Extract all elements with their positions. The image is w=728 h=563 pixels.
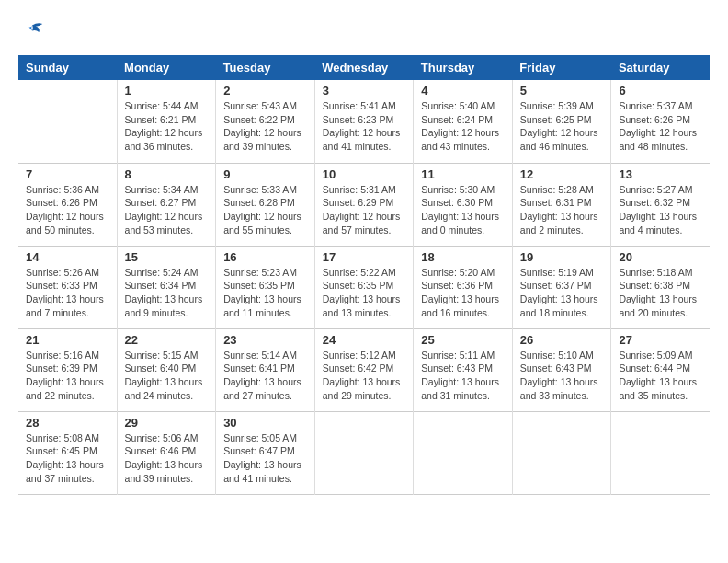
day-number: 24 <box>323 333 406 347</box>
calendar-cell: 26Sunrise: 5:10 AM Sunset: 6:43 PM Dayli… <box>512 328 611 411</box>
day-info: Sunrise: 5:30 AM Sunset: 6:30 PM Dayligh… <box>421 183 505 237</box>
day-number: 21 <box>26 333 109 347</box>
calendar-cell: 23Sunrise: 5:14 AM Sunset: 6:41 PM Dayli… <box>216 328 315 411</box>
day-info: Sunrise: 5:23 AM Sunset: 6:35 PM Dayligh… <box>223 266 307 320</box>
calendar-cell: 13Sunrise: 5:27 AM Sunset: 6:32 PM Dayli… <box>611 163 710 246</box>
calendar-cell: 30Sunrise: 5:05 AM Sunset: 6:47 PM Dayli… <box>216 411 315 494</box>
day-number: 30 <box>223 416 307 430</box>
day-number: 7 <box>26 167 109 181</box>
day-info: Sunrise: 5:22 AM Sunset: 6:35 PM Dayligh… <box>323 266 406 320</box>
calendar-cell: 18Sunrise: 5:20 AM Sunset: 6:36 PM Dayli… <box>414 246 513 328</box>
day-info: Sunrise: 5:37 AM Sunset: 6:26 PM Dayligh… <box>619 99 702 154</box>
calendar-cell: 17Sunrise: 5:22 AM Sunset: 6:35 PM Dayli… <box>314 246 414 328</box>
calendar-cell: 2Sunrise: 5:43 AM Sunset: 6:22 PM Daylig… <box>216 80 315 163</box>
calendar-cell: 8Sunrise: 5:34 AM Sunset: 6:27 PM Daylig… <box>117 163 216 246</box>
day-number: 9 <box>223 167 307 181</box>
column-header-monday: Monday <box>117 55 216 80</box>
day-info: Sunrise: 5:26 AM Sunset: 6:33 PM Dayligh… <box>26 266 109 320</box>
day-info: Sunrise: 5:36 AM Sunset: 6:26 PM Dayligh… <box>26 183 109 237</box>
calendar-cell: 10Sunrise: 5:31 AM Sunset: 6:29 PM Dayli… <box>314 163 414 246</box>
page-header <box>18 18 710 46</box>
week-row-1: 1Sunrise: 5:44 AM Sunset: 6:21 PM Daylig… <box>18 80 710 163</box>
day-number: 19 <box>520 250 604 264</box>
day-info: Sunrise: 5:18 AM Sunset: 6:38 PM Dayligh… <box>619 266 702 320</box>
day-number: 27 <box>619 333 702 347</box>
day-number: 20 <box>619 250 702 264</box>
day-info: Sunrise: 5:27 AM Sunset: 6:32 PM Dayligh… <box>619 183 702 237</box>
calendar-cell: 3Sunrise: 5:41 AM Sunset: 6:23 PM Daylig… <box>314 80 414 163</box>
day-number: 28 <box>26 416 109 430</box>
calendar-cell: 20Sunrise: 5:18 AM Sunset: 6:38 PM Dayli… <box>611 246 710 328</box>
calendar-cell: 16Sunrise: 5:23 AM Sunset: 6:35 PM Dayli… <box>216 246 315 328</box>
week-row-2: 7Sunrise: 5:36 AM Sunset: 6:26 PM Daylig… <box>18 163 710 246</box>
day-number: 18 <box>421 250 505 264</box>
day-number: 16 <box>223 250 307 264</box>
calendar-cell: 22Sunrise: 5:15 AM Sunset: 6:40 PM Dayli… <box>117 328 216 411</box>
calendar-cell <box>611 411 710 494</box>
day-info: Sunrise: 5:31 AM Sunset: 6:29 PM Dayligh… <box>323 183 406 237</box>
day-info: Sunrise: 5:15 AM Sunset: 6:40 PM Dayligh… <box>125 349 209 403</box>
day-number: 1 <box>125 84 209 98</box>
calendar-cell: 19Sunrise: 5:19 AM Sunset: 6:37 PM Dayli… <box>512 246 611 328</box>
day-info: Sunrise: 5:28 AM Sunset: 6:31 PM Dayligh… <box>520 183 604 237</box>
day-info: Sunrise: 5:14 AM Sunset: 6:41 PM Dayligh… <box>223 349 307 403</box>
day-info: Sunrise: 5:11 AM Sunset: 6:43 PM Dayligh… <box>421 349 505 403</box>
day-number: 4 <box>421 84 505 98</box>
calendar-cell: 1Sunrise: 5:44 AM Sunset: 6:21 PM Daylig… <box>117 80 216 163</box>
day-number: 25 <box>421 333 505 347</box>
day-info: Sunrise: 5:24 AM Sunset: 6:34 PM Dayligh… <box>125 266 209 320</box>
day-info: Sunrise: 5:39 AM Sunset: 6:25 PM Dayligh… <box>520 99 604 154</box>
calendar-cell: 15Sunrise: 5:24 AM Sunset: 6:34 PM Dayli… <box>117 246 216 328</box>
week-row-4: 21Sunrise: 5:16 AM Sunset: 6:39 PM Dayli… <box>18 328 710 411</box>
calendar-cell <box>512 411 611 494</box>
day-number: 10 <box>323 167 406 181</box>
calendar-table: SundayMondayTuesdayWednesdayThursdayFrid… <box>18 55 710 495</box>
column-header-wednesday: Wednesday <box>314 55 414 80</box>
day-number: 3 <box>323 84 406 98</box>
calendar-cell <box>314 411 414 494</box>
column-header-thursday: Thursday <box>414 55 513 80</box>
calendar-cell: 27Sunrise: 5:09 AM Sunset: 6:44 PM Dayli… <box>611 328 710 411</box>
calendar-cell: 9Sunrise: 5:33 AM Sunset: 6:28 PM Daylig… <box>216 163 315 246</box>
header-row: SundayMondayTuesdayWednesdayThursdayFrid… <box>18 55 710 80</box>
calendar-cell: 24Sunrise: 5:12 AM Sunset: 6:42 PM Dayli… <box>314 328 414 411</box>
day-number: 15 <box>125 250 209 264</box>
calendar-cell: 5Sunrise: 5:39 AM Sunset: 6:25 PM Daylig… <box>512 80 611 163</box>
day-info: Sunrise: 5:16 AM Sunset: 6:39 PM Dayligh… <box>26 349 109 403</box>
day-number: 12 <box>520 167 604 181</box>
day-number: 14 <box>26 250 109 264</box>
day-info: Sunrise: 5:09 AM Sunset: 6:44 PM Dayligh… <box>619 349 702 403</box>
day-number: 13 <box>619 167 702 181</box>
day-number: 26 <box>520 333 604 347</box>
calendar-cell: 14Sunrise: 5:26 AM Sunset: 6:33 PM Dayli… <box>18 246 117 328</box>
calendar-cell: 28Sunrise: 5:08 AM Sunset: 6:45 PM Dayli… <box>18 411 117 494</box>
week-row-5: 28Sunrise: 5:08 AM Sunset: 6:45 PM Dayli… <box>18 411 710 494</box>
calendar-cell: 29Sunrise: 5:06 AM Sunset: 6:46 PM Dayli… <box>117 411 216 494</box>
day-info: Sunrise: 5:44 AM Sunset: 6:21 PM Dayligh… <box>125 99 209 154</box>
column-header-sunday: Sunday <box>18 55 117 80</box>
day-info: Sunrise: 5:12 AM Sunset: 6:42 PM Dayligh… <box>323 349 406 403</box>
day-info: Sunrise: 5:06 AM Sunset: 6:46 PM Dayligh… <box>125 431 209 486</box>
day-info: Sunrise: 5:41 AM Sunset: 6:23 PM Dayligh… <box>323 99 406 154</box>
logo-bird-icon <box>18 18 46 46</box>
calendar-cell: 6Sunrise: 5:37 AM Sunset: 6:26 PM Daylig… <box>611 80 710 163</box>
day-info: Sunrise: 5:20 AM Sunset: 6:36 PM Dayligh… <box>421 266 505 320</box>
calendar-cell: 21Sunrise: 5:16 AM Sunset: 6:39 PM Dayli… <box>18 328 117 411</box>
day-info: Sunrise: 5:08 AM Sunset: 6:45 PM Dayligh… <box>26 431 109 486</box>
day-info: Sunrise: 5:05 AM Sunset: 6:47 PM Dayligh… <box>223 431 307 486</box>
day-number: 6 <box>619 84 702 98</box>
day-number: 23 <box>223 333 307 347</box>
day-number: 29 <box>125 416 209 430</box>
day-info: Sunrise: 5:34 AM Sunset: 6:27 PM Dayligh… <box>125 183 209 237</box>
day-number: 22 <box>125 333 209 347</box>
day-number: 5 <box>520 84 604 98</box>
column-header-saturday: Saturday <box>611 55 710 80</box>
day-number: 11 <box>421 167 505 181</box>
day-number: 8 <box>125 167 209 181</box>
day-info: Sunrise: 5:43 AM Sunset: 6:22 PM Dayligh… <box>223 99 307 154</box>
calendar-cell: 7Sunrise: 5:36 AM Sunset: 6:26 PM Daylig… <box>18 163 117 246</box>
calendar-cell: 11Sunrise: 5:30 AM Sunset: 6:30 PM Dayli… <box>414 163 513 246</box>
calendar-cell: 4Sunrise: 5:40 AM Sunset: 6:24 PM Daylig… <box>414 80 513 163</box>
calendar-cell <box>414 411 513 494</box>
day-info: Sunrise: 5:33 AM Sunset: 6:28 PM Dayligh… <box>223 183 307 237</box>
